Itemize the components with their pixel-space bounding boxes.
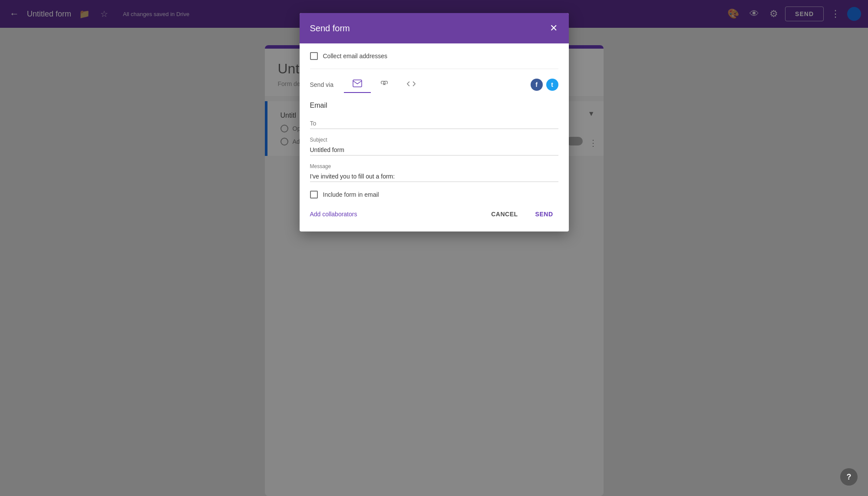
- dialog-body: Collect email addresses Send via: [300, 43, 569, 231]
- message-input[interactable]: [310, 171, 558, 182]
- subject-field-group: Subject: [310, 137, 558, 155]
- close-dialog-button[interactable]: ✕: [549, 23, 558, 34]
- send-via-label: Send via: [310, 81, 333, 88]
- send-via-options: [344, 76, 531, 93]
- subject-label: Subject: [310, 137, 558, 143]
- include-form-label: Include form in email: [323, 191, 379, 198]
- overlay: Send form ✕ Collect email addresses Send…: [0, 0, 868, 496]
- message-field-group: Message: [310, 163, 558, 182]
- include-form-checkbox[interactable]: [310, 191, 318, 198]
- email-section-title: Email: [310, 102, 558, 109]
- send-via-embed-button[interactable]: [398, 76, 425, 93]
- link-icon: [380, 81, 389, 87]
- cancel-button[interactable]: CANCEL: [486, 207, 523, 221]
- collect-email-row: Collect email addresses: [310, 52, 558, 60]
- social-icons: f t: [531, 79, 558, 91]
- separator-1: [310, 69, 558, 69]
- to-field-group: [310, 118, 558, 129]
- twitter-icon[interactable]: t: [546, 79, 558, 91]
- to-input[interactable]: [310, 118, 558, 129]
- send-form-dialog: Send form ✕ Collect email addresses Send…: [300, 13, 569, 231]
- send-via-link-button[interactable]: [371, 76, 398, 93]
- send-via-email-button[interactable]: [344, 76, 371, 93]
- message-label: Message: [310, 163, 558, 169]
- help-button[interactable]: ?: [840, 468, 858, 486]
- add-collaborators-link[interactable]: Add collaborators: [310, 211, 357, 218]
- subject-input[interactable]: [310, 145, 558, 155]
- dialog-footer: Add collaborators CANCEL SEND: [310, 202, 558, 221]
- collect-email-checkbox[interactable]: [310, 52, 318, 60]
- email-icon: [353, 79, 362, 87]
- embed-icon: [406, 81, 416, 87]
- svg-rect-0: [353, 80, 362, 87]
- facebook-icon[interactable]: f: [531, 79, 543, 91]
- dialog-header: Send form ✕: [300, 13, 569, 43]
- footer-buttons: CANCEL SEND: [486, 207, 558, 221]
- send-via-row: Send via: [310, 76, 558, 93]
- include-form-row: Include form in email: [310, 191, 558, 198]
- send-button-dialog[interactable]: SEND: [530, 207, 558, 221]
- dialog-title: Send form: [310, 23, 350, 33]
- collect-email-label: Collect email addresses: [323, 53, 388, 60]
